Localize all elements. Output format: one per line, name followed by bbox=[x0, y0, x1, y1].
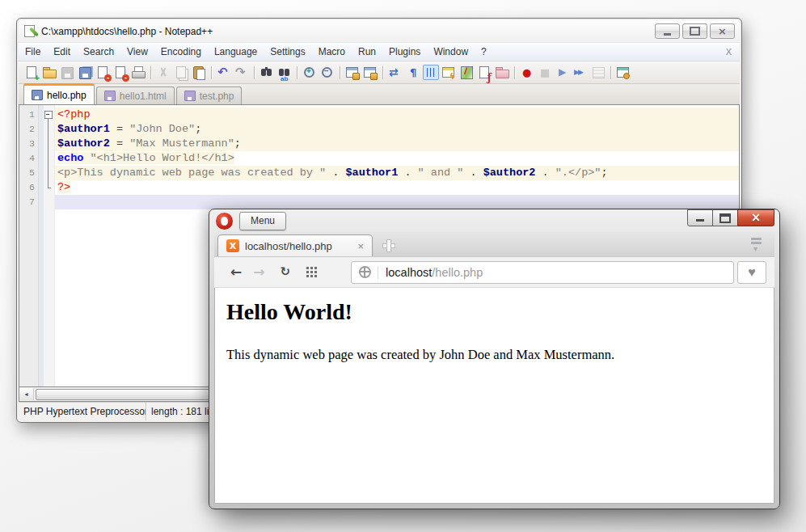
menu-item[interactable]: Window bbox=[427, 46, 475, 57]
file-tab[interactable]: test.php bbox=[176, 87, 243, 104]
url-host: localhost bbox=[386, 266, 432, 279]
heart-icon bbox=[748, 266, 756, 279]
save-recorded-macro-icon[interactable] bbox=[590, 65, 606, 80]
function-list-icon[interactable] bbox=[476, 65, 492, 80]
code-line[interactable]: $author1 = "John Doe"; bbox=[55, 122, 739, 137]
minimize-button[interactable] bbox=[655, 23, 680, 39]
speed-dial-icon[interactable] bbox=[306, 267, 317, 277]
menu-item[interactable]: Plugins bbox=[382, 46, 427, 57]
menu-item[interactable]: Language bbox=[208, 46, 264, 57]
menu-item[interactable]: View bbox=[120, 46, 154, 57]
tab-label: hello1.html bbox=[120, 91, 167, 102]
new-tab-button[interactable] bbox=[382, 239, 395, 252]
minimize-icon bbox=[664, 33, 671, 36]
toolbar-separator bbox=[340, 66, 340, 79]
cut-icon[interactable] bbox=[155, 65, 171, 80]
redo-icon[interactable] bbox=[234, 65, 250, 80]
record-macro-icon[interactable] bbox=[519, 65, 535, 80]
back-button[interactable] bbox=[230, 265, 242, 279]
menu-item[interactable]: Encoding bbox=[154, 46, 208, 57]
fold-line bbox=[44, 137, 54, 151]
close-all-icon[interactable] bbox=[112, 65, 129, 80]
document-map-icon[interactable] bbox=[458, 65, 475, 80]
menu-item[interactable]: File bbox=[19, 46, 47, 57]
fold-end-icon bbox=[44, 180, 54, 195]
toolbar-separator bbox=[211, 66, 212, 79]
undo-icon[interactable] bbox=[216, 65, 232, 80]
notepad-app-icon bbox=[23, 25, 36, 37]
line-number: 4 bbox=[19, 151, 35, 166]
window-title: C:\xampp\htdocs\hello.php - Notepad++ bbox=[41, 26, 213, 37]
bookmark-heart-button[interactable] bbox=[737, 261, 766, 284]
code-line[interactable]: $author2 = "Max Mustermann"; bbox=[55, 137, 739, 151]
file-tab[interactable]: hello1.html bbox=[96, 87, 175, 104]
line-number-margin: 1234567 bbox=[19, 105, 39, 386]
word-wrap-icon[interactable] bbox=[387, 65, 403, 80]
copy-icon[interactable] bbox=[173, 65, 189, 80]
opera-titlebar[interactable]: Menu bbox=[214, 209, 774, 232]
zoom-in-icon[interactable] bbox=[302, 65, 318, 80]
code-line[interactable]: echo "<h1>Hello World!</h1> bbox=[55, 151, 739, 166]
sync-vertical-scroll-icon[interactable] bbox=[344, 65, 361, 80]
tab-menu-icon[interactable] bbox=[750, 237, 763, 251]
minimize-button[interactable] bbox=[687, 209, 713, 226]
file-tab[interactable]: hello.php bbox=[23, 83, 95, 104]
close-button[interactable] bbox=[710, 23, 735, 39]
show-all-characters-icon[interactable] bbox=[405, 65, 421, 80]
toolbar-separator bbox=[610, 66, 611, 79]
zoom-out-icon[interactable] bbox=[319, 65, 335, 80]
scroll-left-button[interactable] bbox=[19, 388, 34, 400]
folder-as-workspace-icon[interactable] bbox=[494, 65, 510, 80]
rendered-page: Hello World! This dynamic web page was c… bbox=[214, 288, 774, 504]
code-line[interactable]: <p>This dynamic web page was created by … bbox=[55, 166, 739, 180]
replace-icon[interactable] bbox=[276, 65, 293, 80]
code-line-current[interactable] bbox=[55, 195, 739, 209]
reload-button[interactable] bbox=[281, 265, 291, 279]
menu-item[interactable]: Macro bbox=[312, 46, 352, 57]
line-number: 6 bbox=[19, 180, 35, 195]
document-close-x[interactable]: X bbox=[718, 47, 740, 57]
tab-title: localhost/hello.php bbox=[245, 240, 332, 252]
close-button[interactable] bbox=[737, 209, 774, 226]
fold-empty bbox=[44, 195, 54, 209]
menu-item[interactable]: Search bbox=[77, 46, 120, 57]
tab-close-icon[interactable] bbox=[357, 240, 364, 252]
playback-macro-icon[interactable] bbox=[555, 65, 571, 80]
fold-margin bbox=[44, 105, 55, 386]
opera-menu-button[interactable]: Menu bbox=[239, 212, 286, 230]
code-line[interactable]: ?> bbox=[55, 180, 739, 195]
fold-collapse-icon[interactable] bbox=[44, 108, 54, 122]
open-file-icon[interactable] bbox=[41, 65, 57, 80]
new-file-icon[interactable] bbox=[23, 65, 40, 80]
menu-item[interactable]: ? bbox=[475, 46, 493, 57]
forward-button[interactable] bbox=[253, 265, 264, 279]
menu-item[interactable]: Run bbox=[352, 46, 382, 57]
save-icon[interactable] bbox=[59, 65, 75, 80]
preferences-icon[interactable] bbox=[615, 65, 631, 80]
tab-label: test.php bbox=[200, 91, 234, 102]
paste-icon[interactable] bbox=[191, 65, 207, 80]
close-file-icon[interactable] bbox=[95, 65, 111, 80]
show-indent-guide-icon[interactable] bbox=[423, 65, 439, 80]
browser-tab[interactable]: localhost/hello.php bbox=[217, 234, 373, 256]
maximize-button[interactable] bbox=[712, 209, 738, 226]
sync-horizontal-scroll-icon[interactable] bbox=[362, 65, 378, 80]
code-line[interactable]: <?php bbox=[55, 108, 739, 122]
run-macro-multiple-times-icon[interactable] bbox=[572, 65, 589, 80]
xampp-favicon bbox=[226, 239, 239, 252]
print-icon[interactable] bbox=[130, 65, 146, 80]
fold-line bbox=[44, 122, 54, 137]
function-completion-icon[interactable] bbox=[441, 65, 457, 80]
line-number: 1 bbox=[19, 108, 35, 122]
address-bar[interactable]: localhost/hello.php bbox=[351, 261, 734, 284]
find-icon[interactable] bbox=[259, 65, 275, 80]
fold-line bbox=[44, 151, 54, 166]
save-all-icon[interactable] bbox=[77, 65, 93, 80]
window-caption-buttons bbox=[655, 23, 735, 39]
stop-recording-icon[interactable] bbox=[537, 65, 553, 80]
opera-logo-icon[interactable] bbox=[216, 213, 233, 230]
menu-item[interactable]: Settings bbox=[264, 46, 311, 57]
maximize-button[interactable] bbox=[682, 23, 707, 39]
notepad-titlebar[interactable]: C:\xampp\htdocs\hello.php - Notepad++ bbox=[19, 20, 740, 42]
menu-item[interactable]: Edit bbox=[47, 46, 77, 57]
